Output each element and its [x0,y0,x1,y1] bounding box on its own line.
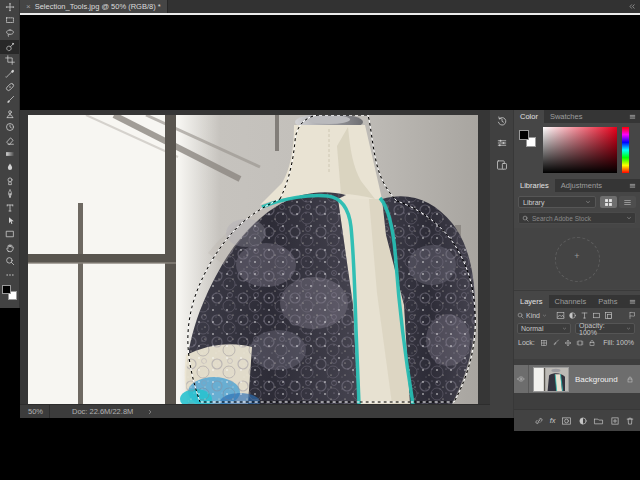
lock-artboard-icon[interactable] [574,339,586,347]
close-tab-icon[interactable]: × [26,2,31,11]
library-select[interactable]: Library [518,196,596,208]
layers-panel-group: Layers Channels Paths Kind [514,295,640,418]
list-view-button[interactable] [619,196,636,208]
type-tool[interactable] [0,201,19,214]
tab-swatches[interactable]: Swatches [544,110,589,123]
foreground-background-swatches[interactable] [0,283,19,307]
layer-filter-kind[interactable]: Kind [514,310,550,321]
tab-libraries[interactable]: Libraries [514,179,555,192]
tab-color[interactable]: Color [514,110,544,123]
tab-paths[interactable]: Paths [592,295,623,308]
rectangle-tool[interactable] [0,228,19,241]
lock-pixels-icon[interactable] [550,339,562,347]
blur-tool[interactable] [0,161,19,174]
rectangular-marquee-tool[interactable] [0,13,19,26]
status-options-chevron-icon[interactable] [147,408,153,416]
foreground-color-swatch[interactable] [519,130,529,140]
color-panel-group: Color Swatches [514,110,640,179]
new-layer-icon[interactable] [610,416,620,426]
eyedropper-tool[interactable] [0,67,19,80]
blend-mode-select[interactable]: Normal [517,323,571,334]
path-selection-tool[interactable] [0,214,19,227]
color-fg-bg-swatches[interactable] [518,129,542,153]
filter-type-layers-icon[interactable] [578,311,590,320]
eraser-tool[interactable] [0,134,19,147]
layer-list: Background [514,359,640,409]
layer-style-icon[interactable]: fx [550,416,556,425]
properties-icon[interactable] [490,132,514,154]
zoom-tool[interactable] [0,254,19,267]
hue-slider[interactable] [622,127,629,173]
eraser-icon [5,136,15,146]
edit-toolbar-tool[interactable] [0,268,19,281]
photoshop-window: Photoshop CC File Edit Image Layer Type … [0,0,640,480]
library-search-input[interactable] [532,215,623,222]
document-canvas[interactable] [28,115,478,404]
gradient-tool[interactable] [0,147,19,160]
filter-shape-layers-icon[interactable] [590,311,602,320]
brush-tool[interactable] [0,94,19,107]
tab-layers[interactable]: Layers [514,295,549,308]
color-saturation-field[interactable] [543,127,617,173]
panel-menu-icon[interactable] [628,110,640,123]
new-group-icon[interactable] [593,416,604,426]
edit-toolbar-icon [5,270,15,280]
grid-view-icon [604,198,613,207]
hand-tool[interactable] [0,241,19,254]
opacity-control[interactable]: Opacity: 100% [575,323,635,334]
layer-lock-icon [626,375,634,384]
eye-icon [516,375,526,383]
filter-toggle-icon[interactable] [628,311,636,320]
layer-thumbnail[interactable] [533,367,569,392]
dodge-tool[interactable] [0,174,19,187]
pen-tool[interactable] [0,187,19,200]
panel-menu-icon[interactable] [628,295,640,308]
dodge-icon [5,176,15,186]
zoom-level-field[interactable]: 50% [20,405,50,418]
fill-control[interactable]: Fill: 100% [603,339,634,346]
document-tab-bar: × Selection_Tools.jpg @ 50% (RGB/8) * [0,0,640,13]
link-layers-icon[interactable] [534,416,544,426]
filter-smart-objects-icon[interactable] [602,311,614,320]
new-adjustment-layer-icon[interactable] [578,416,588,426]
opacity-value: Opacity: 100% [579,322,624,336]
clone-stamp-tool[interactable] [0,107,19,120]
pen-icon [5,189,15,199]
layer-row-background[interactable]: Background [514,365,640,393]
doc-size-info: Doc: 22.6M/22.8M [72,407,133,416]
filter-kind-label: Kind [526,312,540,319]
library-drop-area[interactable]: + [514,228,640,289]
layer-name: Background [575,375,626,384]
tab-adjustments[interactable]: Adjustments [555,179,608,192]
library-select-value: Library [523,199,544,206]
path-selection-icon [5,216,15,226]
brush-icon [5,95,15,105]
delete-layer-icon[interactable] [625,416,635,426]
grid-view-button[interactable] [600,196,617,208]
move-icon [5,2,15,12]
document-tab[interactable]: × Selection_Tools.jpg @ 50% (RGB/8) * [20,0,168,13]
add-layer-mask-icon[interactable] [561,416,572,426]
library-search[interactable] [518,212,636,224]
foreground-color-swatch[interactable] [2,285,11,294]
spot-healing-brush-icon [5,82,15,92]
crop-tool[interactable] [0,54,19,67]
crop-icon [5,55,15,65]
hand-icon [5,243,15,253]
history-brush-tool[interactable] [0,121,19,134]
filter-adjustment-layers-icon[interactable] [566,311,578,320]
filter-pixel-layers-icon[interactable] [554,311,566,320]
move-tool[interactable] [0,0,19,13]
layer-visibility-toggle[interactable] [514,365,529,393]
lock-transparency-icon[interactable] [538,339,550,347]
device-preview-icon[interactable] [490,154,514,176]
spot-healing-brush-tool[interactable] [0,80,19,93]
history-icon[interactable] [490,110,514,132]
lasso-tool[interactable] [0,27,19,40]
lock-position-icon[interactable] [562,339,574,347]
panel-menu-icon[interactable] [628,179,640,192]
quick-selection-tool[interactable] [0,40,19,53]
collapse-panels-icon[interactable] [628,3,636,10]
lock-all-icon[interactable] [586,339,598,347]
tab-channels[interactable]: Channels [549,295,593,308]
